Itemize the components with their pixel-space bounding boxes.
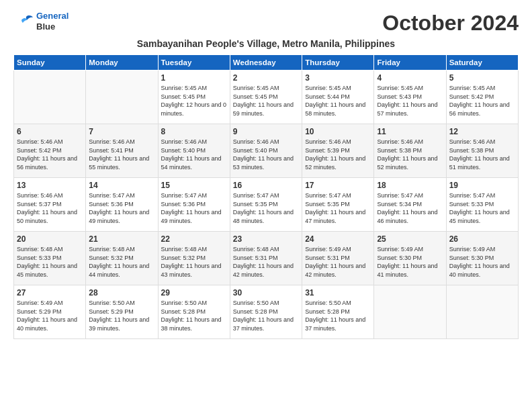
cell-info: Sunrise: 5:45 AMSunset: 5:45 PMDaylight:… (233, 84, 299, 118)
calendar-cell: 29Sunrise: 5:50 AMSunset: 5:28 PMDayligh… (158, 285, 230, 339)
weekday-header-wednesday: Wednesday (230, 55, 302, 71)
weekday-header-monday: Monday (86, 55, 158, 71)
cell-info: Sunrise: 5:47 AMSunset: 5:36 PMDaylight:… (89, 191, 154, 225)
weekday-header-tuesday: Tuesday (158, 55, 230, 71)
calendar-cell: 3Sunrise: 5:45 AMSunset: 5:44 PMDaylight… (302, 71, 374, 124)
cell-info: Sunrise: 5:49 AMSunset: 5:30 PMDaylight:… (449, 245, 515, 279)
calendar-cell: 8Sunrise: 5:46 AMSunset: 5:40 PMDaylight… (158, 124, 230, 178)
calendar-week-4: 20Sunrise: 5:48 AMSunset: 5:33 PMDayligh… (14, 232, 519, 285)
day-number: 13 (17, 181, 83, 190)
calendar-subtitle: Sambayanihan People's Village, Metro Man… (13, 38, 519, 49)
day-number: 3 (305, 73, 371, 83)
weekday-header-saturday: Saturday (446, 55, 518, 71)
calendar-cell (14, 71, 86, 124)
day-number: 9 (233, 127, 299, 136)
day-number: 11 (377, 127, 443, 136)
calendar-cell: 21Sunrise: 5:48 AMSunset: 5:32 PMDayligh… (86, 232, 158, 285)
calendar-cell: 24Sunrise: 5:49 AMSunset: 5:31 PMDayligh… (302, 232, 374, 285)
cell-info: Sunrise: 5:47 AMSunset: 5:33 PMDaylight:… (449, 191, 515, 225)
calendar-cell: 25Sunrise: 5:49 AMSunset: 5:30 PMDayligh… (374, 232, 446, 285)
calendar-cell (446, 285, 518, 339)
day-number: 23 (233, 234, 299, 244)
weekday-header-thursday: Thursday (302, 55, 374, 71)
logo: General Blue (13, 11, 69, 32)
day-number: 2 (233, 73, 299, 83)
calendar-week-2: 6Sunrise: 5:46 AMSunset: 5:42 PMDaylight… (14, 124, 519, 178)
cell-info: Sunrise: 5:49 AMSunset: 5:31 PMDaylight:… (305, 245, 371, 279)
calendar-cell: 1Sunrise: 5:45 AMSunset: 5:45 PMDaylight… (158, 71, 230, 124)
day-number: 7 (89, 127, 154, 136)
cell-info: Sunrise: 5:50 AMSunset: 5:28 PMDaylight:… (161, 299, 227, 332)
day-number: 26 (449, 234, 515, 244)
cell-info: Sunrise: 5:46 AMSunset: 5:42 PMDaylight:… (17, 138, 83, 171)
calendar-week-5: 27Sunrise: 5:49 AMSunset: 5:29 PMDayligh… (14, 285, 519, 339)
cell-info: Sunrise: 5:50 AMSunset: 5:28 PMDaylight:… (233, 299, 299, 332)
calendar-cell: 31Sunrise: 5:50 AMSunset: 5:28 PMDayligh… (302, 285, 374, 339)
day-number: 28 (89, 288, 154, 298)
cell-info: Sunrise: 5:46 AMSunset: 5:40 PMDaylight:… (161, 138, 227, 171)
day-number: 25 (377, 234, 443, 244)
day-number: 10 (305, 127, 371, 136)
calendar-cell: 6Sunrise: 5:46 AMSunset: 5:42 PMDaylight… (14, 124, 86, 178)
calendar-cell: 15Sunrise: 5:47 AMSunset: 5:36 PMDayligh… (158, 178, 230, 232)
month-title: October 2024 (382, 11, 519, 36)
calendar-cell (86, 71, 158, 124)
day-number: 12 (449, 127, 515, 136)
day-number: 20 (17, 234, 83, 244)
calendar-cell: 7Sunrise: 5:46 AMSunset: 5:41 PMDaylight… (86, 124, 158, 178)
day-number: 24 (305, 234, 371, 244)
calendar-cell: 9Sunrise: 5:46 AMSunset: 5:40 PMDaylight… (230, 124, 302, 178)
cell-info: Sunrise: 5:46 AMSunset: 5:38 PMDaylight:… (449, 138, 515, 171)
cell-info: Sunrise: 5:47 AMSunset: 5:36 PMDaylight:… (161, 191, 227, 225)
calendar-cell: 17Sunrise: 5:47 AMSunset: 5:35 PMDayligh… (302, 178, 374, 232)
cell-info: Sunrise: 5:46 AMSunset: 5:39 PMDaylight:… (305, 138, 371, 171)
calendar-cell: 12Sunrise: 5:46 AMSunset: 5:38 PMDayligh… (446, 124, 518, 178)
day-number: 21 (89, 234, 154, 244)
day-number: 17 (305, 181, 371, 190)
cell-info: Sunrise: 5:45 AMSunset: 5:45 PMDaylight:… (161, 84, 227, 118)
day-number: 19 (449, 181, 515, 190)
calendar-cell: 20Sunrise: 5:48 AMSunset: 5:33 PMDayligh… (14, 232, 86, 285)
calendar-cell: 18Sunrise: 5:47 AMSunset: 5:34 PMDayligh… (374, 178, 446, 232)
cell-info: Sunrise: 5:45 AMSunset: 5:42 PMDaylight:… (449, 84, 515, 118)
day-number: 31 (305, 288, 371, 298)
calendar-week-1: 1Sunrise: 5:45 AMSunset: 5:45 PMDaylight… (14, 71, 519, 124)
calendar-cell: 28Sunrise: 5:50 AMSunset: 5:29 PMDayligh… (86, 285, 158, 339)
weekday-header-sunday: Sunday (14, 55, 86, 71)
cell-info: Sunrise: 5:48 AMSunset: 5:32 PMDaylight:… (161, 245, 227, 279)
day-number: 27 (17, 288, 83, 298)
cell-info: Sunrise: 5:47 AMSunset: 5:35 PMDaylight:… (233, 191, 299, 225)
cell-info: Sunrise: 5:49 AMSunset: 5:30 PMDaylight:… (377, 245, 443, 279)
calendar-cell: 19Sunrise: 5:47 AMSunset: 5:33 PMDayligh… (446, 178, 518, 232)
calendar-cell: 23Sunrise: 5:48 AMSunset: 5:31 PMDayligh… (230, 232, 302, 285)
day-number: 8 (161, 127, 227, 136)
cell-info: Sunrise: 5:46 AMSunset: 5:37 PMDaylight:… (17, 191, 83, 225)
calendar-cell: 13Sunrise: 5:46 AMSunset: 5:37 PMDayligh… (14, 178, 86, 232)
calendar-cell (374, 285, 446, 339)
day-number: 5 (449, 73, 515, 83)
day-number: 1 (161, 73, 227, 83)
cell-info: Sunrise: 5:47 AMSunset: 5:35 PMDaylight:… (305, 191, 371, 225)
cell-info: Sunrise: 5:45 AMSunset: 5:43 PMDaylight:… (377, 84, 443, 118)
day-number: 16 (233, 181, 299, 190)
day-number: 14 (89, 181, 154, 190)
day-number: 18 (377, 181, 443, 190)
day-number: 15 (161, 181, 227, 190)
calendar-cell: 14Sunrise: 5:47 AMSunset: 5:36 PMDayligh… (86, 178, 158, 232)
day-number: 22 (161, 234, 227, 244)
day-number: 29 (161, 288, 227, 298)
calendar-cell: 26Sunrise: 5:49 AMSunset: 5:30 PMDayligh… (446, 232, 518, 285)
calendar-cell: 27Sunrise: 5:49 AMSunset: 5:29 PMDayligh… (14, 285, 86, 339)
calendar-cell: 5Sunrise: 5:45 AMSunset: 5:42 PMDaylight… (446, 71, 518, 124)
calendar-cell: 11Sunrise: 5:46 AMSunset: 5:38 PMDayligh… (374, 124, 446, 178)
cell-info: Sunrise: 5:45 AMSunset: 5:44 PMDaylight:… (305, 84, 371, 118)
calendar-page: General Blue October 2024 Sambayanihan P… (0, 0, 532, 411)
cell-info: Sunrise: 5:48 AMSunset: 5:32 PMDaylight:… (89, 245, 154, 279)
cell-info: Sunrise: 5:49 AMSunset: 5:29 PMDaylight:… (17, 299, 83, 332)
cell-info: Sunrise: 5:46 AMSunset: 5:38 PMDaylight:… (377, 138, 443, 171)
day-number: 4 (377, 73, 443, 83)
day-number: 30 (233, 288, 299, 298)
calendar-cell: 2Sunrise: 5:45 AMSunset: 5:45 PMDaylight… (230, 71, 302, 124)
cell-info: Sunrise: 5:46 AMSunset: 5:41 PMDaylight:… (89, 138, 154, 171)
cell-info: Sunrise: 5:48 AMSunset: 5:31 PMDaylight:… (233, 245, 299, 279)
